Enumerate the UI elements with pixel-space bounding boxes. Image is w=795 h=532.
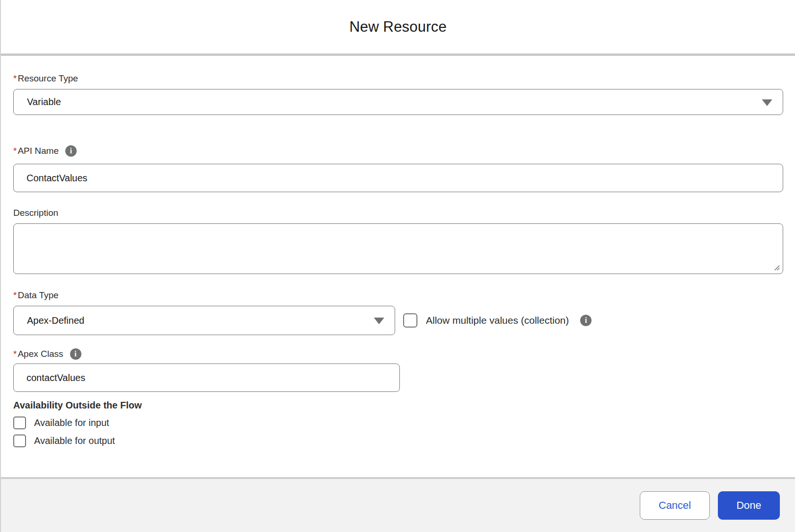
required-asterisk: * bbox=[13, 73, 17, 83]
done-button[interactable]: Done bbox=[718, 491, 780, 520]
allow-multiple-checkbox[interactable] bbox=[403, 313, 417, 328]
allow-multiple-group: Allow multiple values (collection) i bbox=[403, 313, 592, 328]
data-type-label: *Data Type bbox=[13, 290, 783, 301]
info-icon[interactable]: i bbox=[65, 145, 77, 157]
data-type-row: Apex-Defined Allow multiple values (coll… bbox=[13, 306, 783, 335]
modal-body: *Resource Type Variable *API Name i Desc… bbox=[1, 56, 795, 477]
cancel-button[interactable]: Cancel bbox=[640, 491, 710, 520]
required-asterisk: * bbox=[13, 146, 17, 156]
resource-type-label-text: Resource Type bbox=[18, 73, 78, 83]
available-for-output-label: Available for output bbox=[34, 435, 115, 446]
available-for-input-checkbox[interactable] bbox=[13, 417, 26, 429]
required-asterisk: * bbox=[13, 290, 17, 300]
resource-type-select[interactable]: Variable bbox=[13, 89, 783, 115]
api-name-input[interactable] bbox=[13, 164, 783, 192]
modal-footer: Cancel Done bbox=[1, 479, 795, 532]
apex-class-label: *Apex Class i bbox=[13, 348, 783, 360]
info-icon[interactable]: i bbox=[70, 348, 81, 360]
available-for-output-row: Available for output bbox=[13, 434, 783, 447]
description-label-text: Description bbox=[13, 208, 58, 218]
required-asterisk: * bbox=[13, 349, 17, 359]
api-name-label-text: API Name bbox=[18, 146, 59, 156]
available-for-input-row: Available for input bbox=[13, 417, 783, 429]
modal-header: New Resource bbox=[1, 0, 795, 53]
description-label: Description bbox=[13, 208, 783, 218]
resize-handle-icon[interactable] bbox=[773, 264, 780, 271]
description-textarea[interactable] bbox=[13, 223, 783, 274]
chevron-down-icon bbox=[374, 318, 384, 324]
allow-multiple-label: Allow multiple values (collection) bbox=[426, 315, 569, 326]
available-for-output-checkbox[interactable] bbox=[13, 434, 26, 447]
resource-type-value: Variable bbox=[27, 97, 61, 107]
page-title: New Resource bbox=[349, 18, 447, 35]
new-resource-modal: New Resource *Resource Type Variable *AP… bbox=[0, 0, 795, 532]
chevron-down-icon bbox=[762, 99, 772, 106]
api-name-label: *API Name i bbox=[13, 145, 783, 157]
apex-class-input[interactable] bbox=[13, 364, 400, 392]
data-type-value: Apex-Defined bbox=[27, 315, 84, 326]
availability-heading: Availability Outside the Flow bbox=[13, 400, 783, 411]
apex-class-label-text: Apex Class bbox=[18, 349, 63, 359]
data-type-label-text: Data Type bbox=[18, 290, 58, 300]
data-type-select[interactable]: Apex-Defined bbox=[13, 306, 395, 335]
available-for-input-label: Available for input bbox=[34, 417, 109, 428]
info-icon[interactable]: i bbox=[580, 315, 592, 326]
resource-type-label: *Resource Type bbox=[13, 73, 783, 84]
